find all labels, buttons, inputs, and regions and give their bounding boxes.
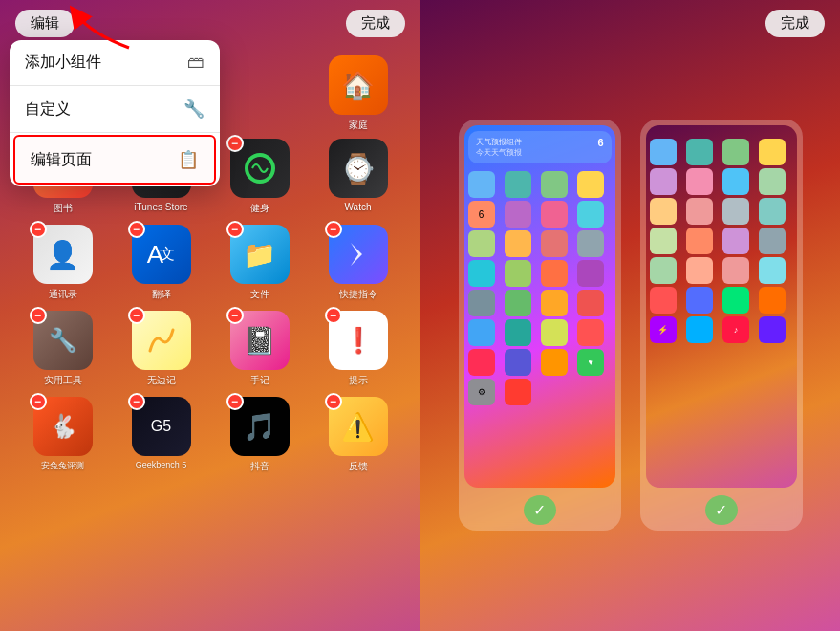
mini-app: ⚡ xyxy=(650,316,677,343)
minus-badge[interactable]: − xyxy=(226,221,244,238)
page-switcher: 天气预报组件 今天天气预报 6 6 xyxy=(420,67,840,583)
minus-badge[interactable]: − xyxy=(325,307,342,324)
app-label-contacts: 通讯录 xyxy=(49,288,77,301)
minus-badge[interactable]: − xyxy=(325,393,342,410)
app-label-itunes: iTunes Store xyxy=(134,202,187,212)
mini-app: ♥ xyxy=(577,349,604,376)
customize-icon: 🔧 xyxy=(183,98,205,120)
phone-left: 编辑 完成 添加小组件 🗃 自定义 🔧 编辑页面 📋 xyxy=(0,0,420,631)
mini-app xyxy=(468,260,495,287)
app-label-translate: 翻译 xyxy=(152,288,171,301)
minus-badge[interactable]: − xyxy=(128,393,145,410)
mini-app xyxy=(505,230,531,257)
minus-badge[interactable]: − xyxy=(325,221,342,238)
mini-app-grid-2: ⚡ ♪ xyxy=(646,135,797,347)
mini-app: ⚙ xyxy=(468,379,495,405)
mini-app xyxy=(759,139,786,165)
page-card-inner-2: ⚡ ♪ xyxy=(646,125,797,488)
minus-badge[interactable]: − xyxy=(226,135,244,152)
app-label-files: 文件 xyxy=(250,288,269,301)
mini-app xyxy=(759,198,786,225)
app-icon-home[interactable]: 🏠 xyxy=(329,55,388,115)
mini-app xyxy=(505,319,531,346)
app-shortcuts: − 快捷指令 xyxy=(312,225,403,301)
mini-app: 6 xyxy=(468,201,495,228)
mini-app xyxy=(722,139,749,165)
mini-app xyxy=(468,230,495,257)
minus-badge[interactable]: − xyxy=(30,307,47,324)
mini-app xyxy=(722,228,749,254)
mini-app xyxy=(759,316,786,343)
mini-app xyxy=(577,201,604,228)
mini-app xyxy=(650,139,677,165)
app-label-books: 图书 xyxy=(54,202,73,215)
mini-app xyxy=(722,287,749,314)
weather-widget: 天气预报组件 今天天气预报 6 xyxy=(468,131,612,163)
menu-add-widget[interactable]: 添加小组件 🗃 xyxy=(10,40,220,86)
minus-badge[interactable]: − xyxy=(226,393,244,410)
app-label-reminders: 提示 xyxy=(349,374,368,387)
weather-location: 天气预报组件 今天天气预报 xyxy=(476,137,522,158)
page-card-inner-1: 天气预报组件 今天天气预报 6 6 xyxy=(464,125,615,488)
app-grid-main: − 📚 图书 − 🎵 iTunes Store − 健身 xyxy=(0,139,420,473)
mini-app xyxy=(577,290,604,316)
minus-badge[interactable]: − xyxy=(30,221,47,238)
mini-app xyxy=(505,290,531,316)
mini-app xyxy=(722,198,749,225)
menu-customize[interactable]: 自定义 🔧 xyxy=(10,86,220,133)
app-contacts: − 👤 通讯录 xyxy=(17,225,108,301)
mini-app xyxy=(686,257,713,284)
mini-app xyxy=(759,257,786,284)
mini-app xyxy=(577,230,604,257)
mini-app xyxy=(759,228,786,254)
mini-app xyxy=(577,260,604,287)
weather-date: 6 xyxy=(597,137,603,148)
app-label-feedback: 反馈 xyxy=(349,460,368,473)
app-translate: − A文 翻译 xyxy=(116,225,206,301)
mini-app xyxy=(759,287,786,314)
app-icon-watch[interactable]: ⌚ xyxy=(329,139,388,198)
mini-app-grid-1: 6 xyxy=(464,167,615,409)
left-done-button[interactable]: 完成 xyxy=(346,10,405,37)
mini-app xyxy=(650,228,677,254)
page1-checkmark[interactable]: ✓ xyxy=(524,495,556,525)
minus-badge[interactable]: − xyxy=(128,221,145,238)
mini-app xyxy=(541,290,568,316)
app-label-freeform: 无边记 xyxy=(147,374,176,387)
context-menu: 添加小组件 🗃 自定义 🔧 编辑页面 📋 xyxy=(10,40,220,186)
mini-app xyxy=(650,168,677,195)
mini-app xyxy=(505,379,531,405)
app-label: 家庭 xyxy=(349,119,368,132)
mini-app: ♪ xyxy=(722,316,749,343)
mini-app xyxy=(541,171,568,198)
mini-app xyxy=(468,319,495,346)
minus-badge[interactable]: − xyxy=(226,307,244,324)
app-label-tiktok: 抖音 xyxy=(250,460,269,473)
app-label-geekbench: Geekbench 5 xyxy=(136,460,187,469)
page-card-2[interactable]: ⚡ ♪ ✓ xyxy=(640,120,803,531)
mini-app xyxy=(468,171,495,198)
page2-checkmark[interactable]: ✓ xyxy=(705,495,738,525)
minus-badge[interactable]: − xyxy=(30,393,47,410)
right-done-button[interactable]: 完成 xyxy=(765,10,825,37)
minus-badge[interactable]: − xyxy=(128,307,145,324)
page-card-1[interactable]: 天气预报组件 今天天气预报 6 6 xyxy=(459,120,621,531)
right-top-bar: 完成 xyxy=(420,10,840,37)
mini-app xyxy=(505,171,531,198)
app-label-watch: Watch xyxy=(345,202,372,212)
app-fitness: − 健身 xyxy=(214,139,305,215)
app-item xyxy=(214,55,305,132)
app-antutu: − 🐇 安兔兔评测 xyxy=(17,397,108,473)
app-journal: − 📓 手记 xyxy=(214,311,305,387)
mini-app xyxy=(505,260,531,287)
menu-edit-page[interactable]: 编辑页面 📋 xyxy=(13,135,216,185)
app-label-journal: 手记 xyxy=(250,374,269,387)
mini-app xyxy=(686,287,713,314)
app-freeform: − 无边记 xyxy=(116,311,206,387)
mini-app xyxy=(686,316,713,343)
mini-app xyxy=(541,201,568,228)
edit-button[interactable]: 编辑 xyxy=(15,10,75,37)
app-watch: ⌚ Watch xyxy=(312,139,403,215)
phone-right: 完成 天气预报组件 今天天气预报 6 xyxy=(420,0,840,631)
app-tools: − 🔧 实用工具 xyxy=(17,311,108,387)
